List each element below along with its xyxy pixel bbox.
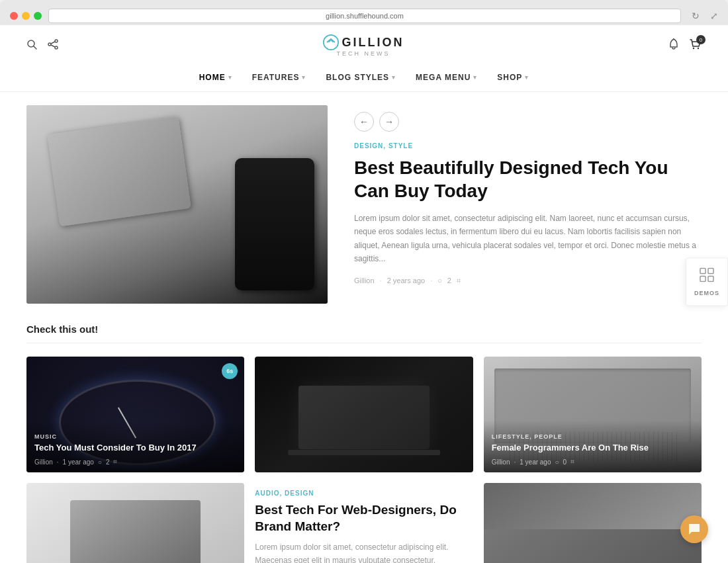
comment-icon: ○ (437, 277, 442, 284)
text-card-title: Best Tech For Web-Designers, Do Brand Ma… (255, 502, 473, 535)
card-time: 1 year ago (520, 458, 551, 466)
posts-grid-row2: AUDIO, INNOVATION AUDIO, DESIGN Best Tec… (26, 483, 702, 563)
svg-point-3 (48, 43, 51, 46)
bookmark-icon: ⌗ (113, 458, 117, 466)
nav-arrows: ← → (354, 112, 702, 132)
svg-line-6 (51, 45, 55, 47)
nav-item-blog-styles[interactable]: BLOG STYLES ▾ (326, 73, 396, 82)
svg-line-5 (51, 42, 55, 44)
svg-rect-11 (700, 268, 705, 273)
chevron-down-icon: ▾ (525, 74, 529, 81)
cart-count-badge: 0 (696, 35, 705, 44)
card-overlay: LIFESTYLE, PEOPLE Female Programmers Are… (484, 420, 702, 472)
top-bar-right: 0 (668, 38, 702, 53)
bookmark-icon: ⌗ (570, 458, 574, 466)
card-author: Gillion (492, 458, 510, 466)
notification-button[interactable] (668, 38, 679, 53)
text-card-excerpt: Lorem ipsum dolor sit amet, consectetur … (255, 541, 473, 563)
featured-author: Gillion (354, 277, 375, 284)
svg-point-4 (55, 46, 58, 49)
main-content: ← → DESIGN, STYLE Best Beautifully Desig… (0, 92, 728, 563)
svg-line-1 (34, 46, 36, 49)
card-meta: Gillion · 1 year ago ○ 2 ⌗ (34, 458, 236, 466)
featured-comments: 2 (447, 277, 451, 284)
list-item[interactable]: 6s MUSIC Tech You Must Consider To Buy I… (26, 357, 244, 472)
list-item[interactable]: AUDIO, DESIGN Best Tech For Web-Designer… (255, 483, 473, 563)
page-wrapper: GILLION TECH NEWS (0, 25, 728, 563)
next-arrow-button[interactable]: → (379, 112, 399, 132)
logo-icon (323, 34, 339, 50)
list-item[interactable] (255, 357, 473, 472)
chevron-down-icon: ▾ (473, 74, 477, 81)
search-icon (26, 39, 37, 50)
grid-icon (700, 267, 714, 282)
card-category: LIFESTYLE, PEOPLE (492, 433, 694, 440)
nav-item-features[interactable]: FEATURES ▾ (252, 73, 306, 82)
address-bar[interactable]: gillion.shufflehound.com (48, 9, 681, 23)
browser-chrome: gillion.shufflehound.com ↻ ⤢ (0, 0, 728, 25)
nav-item-shop[interactable]: SHOP ▾ (497, 73, 529, 82)
traffic-lights (10, 12, 42, 20)
nav-item-home[interactable]: HOME ▾ (199, 73, 232, 82)
bell-icon (668, 38, 679, 50)
comment-icon: ○ (98, 458, 102, 466)
card-title: Tech You Must Consider To Buy In 2017 (34, 443, 236, 454)
card-overlay: MUSIC Tech You Must Consider To Buy In 2… (26, 420, 244, 472)
bookmark-icon[interactable]: ⌗ (457, 277, 461, 285)
url-text: gillion.shufflehound.com (326, 12, 404, 20)
featured-categories: DESIGN, STYLE (354, 142, 702, 150)
featured-image[interactable] (26, 105, 328, 304)
share-icon (48, 39, 58, 50)
featured-post: ← → DESIGN, STYLE Best Beautifully Desig… (26, 105, 702, 304)
card-title: Female Programmers Are On The Rise (492, 443, 694, 454)
svg-point-10 (698, 48, 699, 49)
card-time: 1 year ago (63, 458, 94, 466)
prev-arrow-button[interactable]: ← (354, 112, 374, 132)
list-item[interactable]: AUDIO, INNOVATION (26, 483, 244, 563)
featured-title: Best Beautifully Designed Tech You Can B… (354, 156, 702, 202)
svg-rect-14 (708, 276, 713, 281)
posts-grid-row1: 6s MUSIC Tech You Must Consider To Buy I… (26, 357, 702, 472)
apple-scene-image (26, 105, 328, 304)
logo-name: GILLION (342, 36, 404, 50)
card-author: Gillion (34, 458, 53, 466)
reload-icon[interactable]: ↻ (692, 11, 700, 21)
minimize-button[interactable] (22, 12, 30, 20)
share-button[interactable] (48, 39, 58, 52)
card-image-record (26, 483, 244, 563)
svg-rect-13 (700, 276, 705, 281)
demos-label: DEMOS (694, 289, 719, 296)
logo-sub: TECH NEWS (337, 50, 390, 57)
search-button[interactable] (26, 39, 37, 52)
card-image-car (484, 483, 702, 563)
chat-icon (688, 523, 701, 536)
section-title: Check this out! (26, 324, 98, 335)
svg-point-2 (55, 40, 58, 42)
featured-meta: Gillion · 2 years ago · ○ 2 ⌗ (354, 277, 702, 285)
close-button[interactable] (10, 12, 18, 20)
card-comments: 2 (106, 458, 110, 466)
list-item[interactable]: LIFESTYLE, PEOPLE Female Programmers Are… (484, 357, 702, 472)
featured-content: ← → DESIGN, STYLE Best Beautifully Desig… (354, 105, 702, 304)
top-bar: GILLION TECH NEWS (0, 25, 728, 66)
featured-excerpt: Lorem ipsum dolor sit amet, consectetur … (354, 212, 702, 266)
card-category: MUSIC (34, 433, 236, 440)
demos-panel[interactable]: DEMOS (686, 257, 728, 306)
list-item[interactable]: GUIDE, PHOTOGRAPHY (484, 483, 702, 563)
logo-area[interactable]: GILLION TECH NEWS (323, 34, 404, 57)
card-image-laptop-dark (255, 357, 473, 472)
card-comments: 0 (563, 458, 567, 466)
section-header: Check this out! (26, 324, 702, 343)
expand-icon[interactable]: ⤢ (710, 11, 718, 21)
svg-point-9 (693, 48, 694, 49)
nav-item-mega-menu[interactable]: MEGA MENU ▾ (416, 73, 477, 82)
logo-wrapper: GILLION (323, 34, 404, 50)
chat-button[interactable] (680, 515, 708, 543)
comment-icon: ○ (555, 458, 559, 466)
top-bar-left (26, 39, 58, 52)
chevron-down-icon: ▾ (228, 74, 232, 81)
maximize-button[interactable] (34, 12, 42, 20)
card-meta: Gillion · 1 year ago ○ 0 ⌗ (492, 458, 694, 466)
featured-time: 2 years ago (387, 277, 425, 284)
cart-area[interactable]: 0 (690, 39, 702, 52)
